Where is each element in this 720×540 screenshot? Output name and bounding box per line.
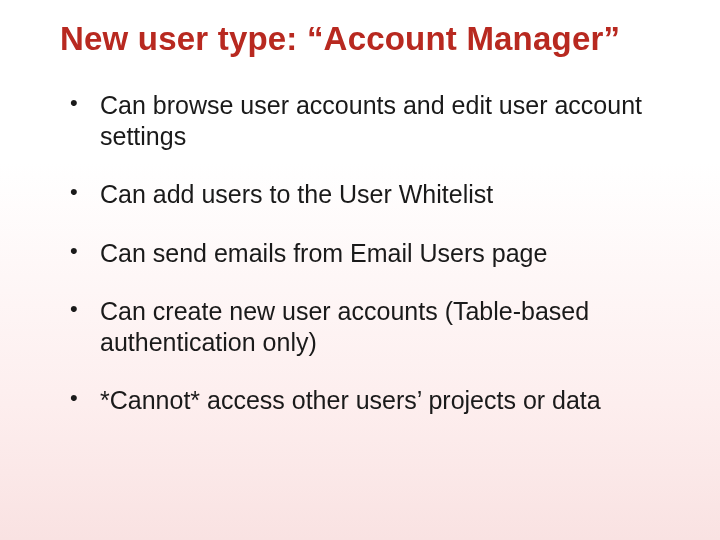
list-item: Can browse user accounts and edit user a… (70, 76, 660, 165)
list-item: Can send emails from Email Users page (70, 224, 660, 283)
list-item: Can create new user accounts (Table-base… (70, 282, 660, 371)
list-item: *Cannot* access other users’ projects or… (70, 371, 660, 430)
slide: New user type: “Account Manager” Can bro… (0, 0, 720, 540)
list-item: Can add users to the User Whitelist (70, 165, 660, 224)
slide-title: New user type: “Account Manager” (0, 20, 720, 76)
bullet-list: Can browse user accounts and edit user a… (0, 76, 720, 430)
